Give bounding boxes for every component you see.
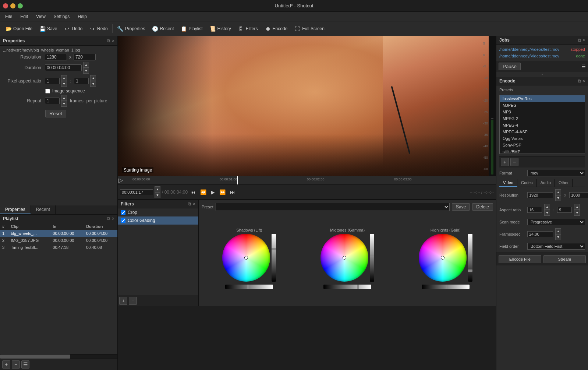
midtones-wheel-dot[interactable] <box>343 256 346 260</box>
midtones-horizontal-slider[interactable] <box>323 285 371 289</box>
shadows-h-thumb[interactable] <box>247 285 249 289</box>
format-select[interactable]: mov <box>527 170 585 176</box>
highlights-vertical-slider[interactable] <box>468 234 472 282</box>
preset-add-button[interactable]: + <box>501 158 509 166</box>
preset-item-7[interactable]: Sony-PSP <box>500 142 585 148</box>
resolution-width-input[interactable] <box>45 54 67 60</box>
panel-detach-icon[interactable]: ⧉ <box>107 38 110 43</box>
preset-item-4[interactable]: MPEG-4 <box>500 122 585 128</box>
hamburger-icon[interactable]: ☰ <box>582 64 586 69</box>
shadows-color-wheel[interactable] <box>222 234 270 282</box>
highlights-h-thumb[interactable] <box>446 285 448 289</box>
asp-h-up[interactable]: ▲ <box>574 204 580 210</box>
open-file-button[interactable]: 📂 Open File <box>2 24 35 34</box>
save-button[interactable]: 💾 Save <box>36 24 60 34</box>
fps-down[interactable]: ▼ <box>555 234 561 240</box>
playlist-menu-button[interactable]: ☰ <box>21 360 29 369</box>
playlist-table[interactable]: # Clip In Duration 1blg_wheels_...00:00:… <box>0 223 117 354</box>
midtones-color-wheel[interactable] <box>320 234 368 282</box>
shadows-wheel-dot[interactable] <box>244 256 248 260</box>
redo-button[interactable]: ↪ Redo <box>86 24 111 34</box>
tab-properties[interactable]: Properties <box>0 205 31 214</box>
playhead[interactable] <box>237 176 238 184</box>
close-button[interactable] <box>3 3 8 8</box>
fullscreen-button[interactable]: ⛶ Full Screen <box>291 24 327 34</box>
stream-button[interactable]: Stream <box>543 255 586 263</box>
encode-resolution-w[interactable] <box>527 192 553 198</box>
asp-w-up[interactable]: ▲ <box>544 204 550 210</box>
timeline-ruler[interactable]: ▷ 00:00:00:00 00:00:01:00 00:00:02:00 00… <box>118 176 496 185</box>
pa-v1-up[interactable]: ▲ <box>61 75 67 81</box>
resolution-height-input[interactable] <box>74 54 96 60</box>
pixel-aspect-v1-input[interactable] <box>45 78 60 84</box>
shadows-v-thumb[interactable] <box>272 248 276 250</box>
preset-item-0[interactable]: lossless/ProRes <box>500 95 585 102</box>
filter-add-button[interactable]: + <box>119 297 127 305</box>
playlist-row-3[interactable]: 3Timing TestSl...00:47:1800:40:08 <box>0 244 117 251</box>
pa-v2-up[interactable]: ▲ <box>90 75 96 81</box>
preset-remove-button[interactable]: − <box>510 158 518 166</box>
undo-button[interactable]: ↩ Undo <box>61 24 85 34</box>
encode-tab-codec[interactable]: Codec <box>517 179 537 187</box>
encode-button[interactable]: ⏺ Encode <box>262 24 291 34</box>
jobs-detach-icon[interactable]: ⧉ <box>578 38 581 43</box>
fps-up[interactable]: ▲ <box>555 228 561 234</box>
filter-color-grading-checkbox[interactable] <box>121 218 125 223</box>
highlights-wheel-dot[interactable] <box>441 256 444 260</box>
filter-remove-button[interactable]: − <box>129 297 137 305</box>
step-back-button[interactable]: ⏪ <box>199 188 208 196</box>
playlist-scrollbar-thumb[interactable] <box>0 355 70 359</box>
preset-item-3[interactable]: MPEG-2 <box>500 115 585 122</box>
pixel-aspect-v2-input[interactable] <box>74 78 89 84</box>
pause-button[interactable]: Pause <box>499 63 521 70</box>
menu-edit[interactable]: Edit <box>17 13 32 20</box>
enc-res-w-down[interactable]: ▼ <box>555 195 561 201</box>
pa-v1-down[interactable]: ▼ <box>61 81 67 87</box>
menu-settings[interactable]: Settings <box>50 13 73 20</box>
encode-tab-audio[interactable]: Audio <box>537 179 555 187</box>
filters-detach-icon[interactable]: ⧉ <box>188 201 191 207</box>
duration-down-button[interactable]: ▼ <box>83 68 89 74</box>
encode-close-icon[interactable]: × <box>582 78 585 84</box>
reset-button[interactable]: Reset <box>45 110 66 117</box>
preset-select[interactable] <box>216 203 450 211</box>
midtones-h-thumb[interactable] <box>357 285 359 289</box>
playlist-detach-icon[interactable]: ⧉ <box>107 216 110 221</box>
encode-tab-video[interactable]: Video <box>499 179 517 187</box>
playlist-add-button[interactable]: + <box>2 360 10 369</box>
shadows-horizontal-slider[interactable] <box>225 285 273 289</box>
repeat-down[interactable]: ▼ <box>61 101 67 107</box>
frames-per-sec-input[interactable] <box>527 231 553 237</box>
highlights-v-thumb[interactable] <box>468 269 472 272</box>
image-sequence-checkbox[interactable] <box>45 89 50 94</box>
preset-item-5[interactable]: MPEG-4-ASP <box>500 128 585 135</box>
preset-item-6[interactable]: Ogg Vorbis <box>500 135 585 142</box>
preset-item-8[interactable]: stills/BMP <box>500 148 585 154</box>
field-order-select[interactable]: Bottom Field First <box>527 243 585 250</box>
midtones-vertical-slider[interactable] <box>370 234 374 282</box>
save-preset-button[interactable]: Save <box>452 203 470 211</box>
filter-crop-checkbox[interactable] <box>121 210 125 215</box>
menu-view[interactable]: View <box>32 13 49 20</box>
playlist-button[interactable]: 📋 Playlist <box>178 24 206 34</box>
highlights-horizontal-slider[interactable] <box>422 285 470 289</box>
shadows-vertical-slider[interactable] <box>272 234 276 282</box>
menu-file[interactable]: File <box>1 13 16 20</box>
duration-up-button[interactable]: ▲ <box>83 62 89 68</box>
jobs-close-icon[interactable]: × <box>582 38 585 43</box>
skip-end-button[interactable]: ⏭ <box>229 188 237 196</box>
tab-recent[interactable]: Recent <box>31 205 56 214</box>
playlist-row-2[interactable]: 2IMG_0357.JPG00:00:00:0000:00:04:00 <box>0 237 117 244</box>
midtones-v-thumb[interactable] <box>370 255 374 257</box>
filters-close-icon[interactable]: × <box>193 201 195 207</box>
preset-item-2[interactable]: MP3 <box>500 109 585 115</box>
presets-list[interactable]: lossless/ProResMJPEGMP3MPEG-2MPEG-4MPEG-… <box>499 95 585 154</box>
preset-item-1[interactable]: MJPEG <box>500 102 585 109</box>
play-pause-button[interactable]: ▶ <box>209 188 216 196</box>
repeat-input[interactable] <box>45 98 60 104</box>
encode-detach-icon[interactable]: ⧉ <box>578 78 581 84</box>
time-up-btn[interactable]: ▲ <box>155 186 160 192</box>
highlights-color-wheel[interactable] <box>419 234 467 282</box>
filter-item-color-grading[interactable]: Color Grading <box>118 216 198 225</box>
filter-item-crop[interactable]: Crop <box>118 208 198 216</box>
